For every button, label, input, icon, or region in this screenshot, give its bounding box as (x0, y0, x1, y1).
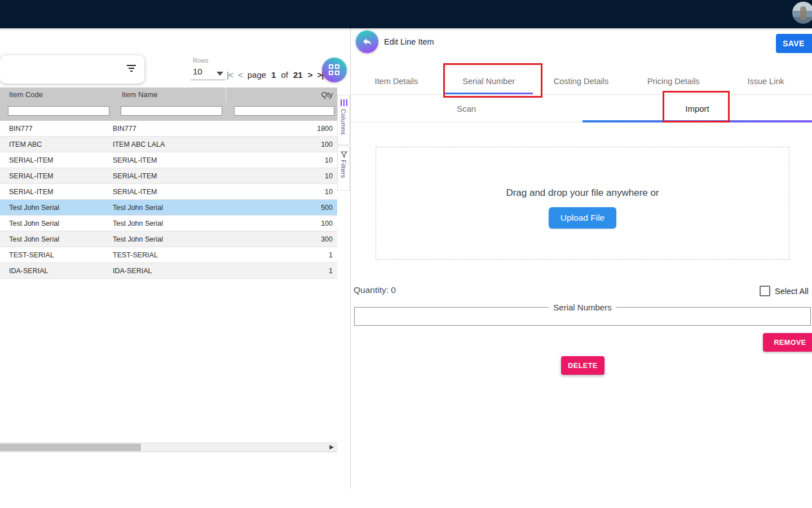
of-label: of (281, 70, 288, 80)
cell-item-name: ITEM ABC LALA (113, 141, 217, 148)
column-header-item-name[interactable]: Item Name (122, 90, 158, 99)
active-subtab-underline (582, 120, 812, 122)
columns-panel-toggle[interactable]: Columns (337, 95, 350, 145)
dropzone-text: Drag and drop your file anywhere or (376, 187, 789, 199)
app-screen: Rows 10 |< < page 1 of 21 > >| Item Code… (0, 0, 812, 508)
cell-item-code: Test John Serial (0, 204, 113, 212)
cell-qty: 300 (217, 235, 337, 243)
filter-input-qty[interactable] (234, 106, 334, 116)
cell-qty: 100 (217, 141, 337, 148)
table-row[interactable]: Test John SerialTest John Serial500 (0, 200, 337, 216)
rows-value: 10 (193, 67, 202, 76)
table-row[interactable]: TEST-SERIALTEST-SERIAL1 (0, 247, 337, 263)
rows-underline (191, 80, 226, 80)
cell-qty: 1 (217, 267, 337, 275)
sub-tabs: ScanImport (350, 94, 812, 122)
pagination: |< < page 1 of 21 > >| (227, 68, 323, 81)
prev-page-button[interactable]: < (238, 70, 242, 80)
cell-item-name: BIN777 (113, 125, 217, 133)
filters-panel-label: Filters (340, 160, 347, 178)
page-title: Edit Line Item (384, 37, 434, 46)
cell-item-code: SERIAL-ITEM (0, 172, 113, 180)
first-page-button[interactable]: |< (227, 70, 233, 80)
delete-button[interactable]: DELETE (561, 356, 604, 375)
cell-qty: 100 (217, 220, 337, 227)
subtab-label: Import (685, 104, 709, 113)
tab-label: Issue Link (747, 77, 784, 86)
serial-numbers-fieldset[interactable]: Serial Numbers (354, 303, 811, 326)
cell-item-code: ITEM ABC (0, 141, 113, 148)
scrollbar-thumb[interactable] (0, 444, 141, 451)
table-row[interactable]: IDA-SERIALIDA-SERIAL1 (0, 263, 337, 279)
subtabs-divider (350, 122, 582, 122)
top-navbar (0, 0, 812, 28)
cell-qty: 10 (217, 156, 337, 164)
table-row[interactable]: SERIAL-ITEMSERIAL-ITEM10 (0, 184, 337, 200)
tab-label: Pricing Details (647, 77, 700, 86)
subtab-label: Scan (457, 104, 476, 113)
table-filter-row (0, 102, 337, 121)
tab-label: Serial Number (462, 77, 515, 86)
cell-item-name: SERIAL-ITEM (113, 188, 217, 196)
select-all-control: Select All (760, 286, 809, 296)
back-arrow-icon (361, 36, 373, 47)
file-dropzone[interactable]: Drag and drop your file anywhere or Uplo… (376, 147, 789, 260)
tab-label: Item Details (375, 77, 418, 86)
remove-button[interactable]: REMOVE (763, 333, 812, 352)
table-row[interactable]: SERIAL-ITEMSERIAL-ITEM10 (0, 152, 337, 168)
filter-input-item-code[interactable] (8, 106, 109, 116)
select-all-checkbox[interactable] (760, 286, 770, 296)
filters-panel-toggle[interactable]: Filters (337, 146, 350, 191)
tab-issue-link[interactable]: Issue Link (720, 68, 812, 94)
column-divider (226, 87, 226, 102)
cell-item-code: IDA-SERIAL (0, 267, 113, 275)
cell-item-name: Test John Serial (113, 204, 217, 212)
table-search-box[interactable] (0, 55, 144, 84)
subtab-import[interactable]: Import (582, 94, 812, 122)
cell-item-name: TEST-SERIAL (113, 251, 217, 259)
cell-item-name: SERIAL-ITEM (113, 156, 217, 164)
column-header-qty[interactable]: Qty (321, 90, 333, 99)
subtab-scan[interactable]: Scan (350, 94, 582, 122)
tab-pricing-details[interactable]: Pricing Details (627, 68, 720, 94)
table-row[interactable]: Test John SerialTest John Serial100 (0, 216, 337, 231)
cell-qty: 500 (217, 204, 337, 212)
rows-per-page-select[interactable]: Rows 10 (191, 57, 226, 81)
filter-input-item-name[interactable] (121, 106, 222, 116)
table-header: Item Code Item Name Qty (0, 87, 337, 102)
cell-item-code: Test John Serial (0, 235, 113, 243)
scroll-right-arrow-icon[interactable]: ▶ (329, 444, 334, 450)
main-tabs: Item DetailsSerial NumberCosting Details… (350, 68, 812, 94)
serial-numbers-legend: Serial Numbers (549, 303, 616, 312)
next-page-button[interactable]: > (308, 70, 312, 80)
upload-file-button[interactable]: Upload File (549, 207, 616, 229)
tab-costing-details[interactable]: Costing Details (535, 68, 628, 94)
back-button[interactable] (356, 30, 378, 53)
cell-item-code: TEST-SERIAL (0, 251, 113, 259)
quantity-label: Quantity: 0 (354, 285, 396, 295)
chevron-down-icon (217, 72, 223, 76)
table-row[interactable]: BIN777BIN7771800 (0, 121, 337, 137)
column-header-item-code[interactable]: Item Code (9, 90, 43, 99)
grid-view-button[interactable] (322, 58, 347, 82)
cell-qty: 10 (217, 172, 337, 180)
page-number: 1 (271, 70, 276, 80)
table-row[interactable]: Test John SerialTest John Serial300 (0, 231, 337, 247)
user-avatar[interactable] (792, 2, 812, 24)
cell-item-code: SERIAL-ITEM (0, 188, 113, 196)
table-row[interactable]: SERIAL-ITEMSERIAL-ITEM10 (0, 168, 337, 184)
filter-sort-icon[interactable] (126, 65, 136, 73)
cell-item-code: SERIAL-ITEM (0, 156, 113, 164)
tab-item-details[interactable]: Item Details (350, 68, 443, 94)
save-button[interactable]: SAVE (776, 34, 812, 53)
filter-funnel-icon (341, 150, 347, 157)
columns-panel-label: Columns (340, 109, 347, 135)
cell-item-name: Test John Serial (113, 220, 217, 227)
horizontal-scrollbar[interactable]: ▶ (0, 443, 337, 452)
cell-item-name: SERIAL-ITEM (113, 172, 217, 180)
tab-serial-number[interactable]: Serial Number (443, 68, 535, 94)
tab-label: Costing Details (554, 77, 609, 86)
cell-item-name: Test John Serial (113, 235, 217, 243)
table-row[interactable]: ITEM ABCITEM ABC LALA100 (0, 137, 337, 152)
page-label: page (248, 70, 266, 80)
